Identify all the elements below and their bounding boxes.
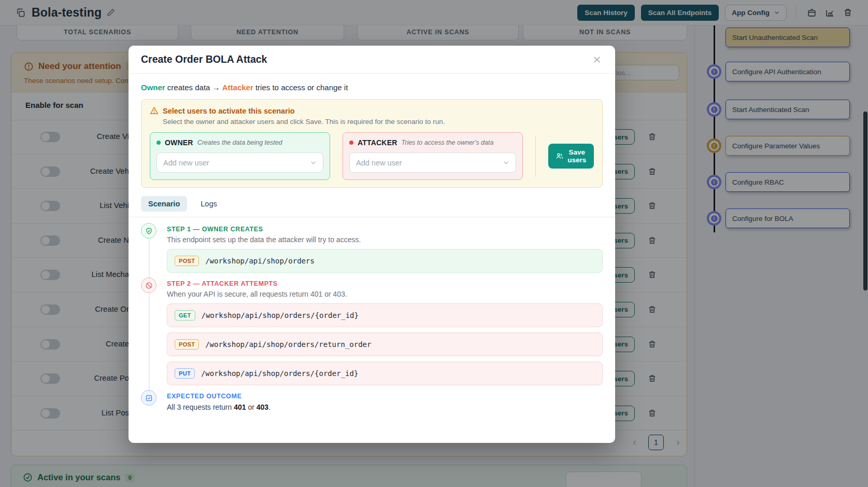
ban-icon xyxy=(141,277,156,293)
select-users-warning: Select users to activate this scenario S… xyxy=(141,99,603,188)
attacker-dot-icon xyxy=(349,141,353,145)
endpoint-row: PUT/workshop/api/shop/orders/{order_id} xyxy=(167,361,603,385)
app-screen: Bola-testing Scan History Scan All Endpo… xyxy=(0,0,868,487)
subtitle-rest: tries to access or change it xyxy=(253,83,348,92)
owner-user-select[interactable]: Add new user xyxy=(156,152,323,173)
owner-word: Owner xyxy=(141,83,165,92)
tab-scenario[interactable]: Scenario xyxy=(141,196,187,212)
generated-steps: STEP 1 — OWNER CREATESThis endpoint sets… xyxy=(167,226,603,385)
attacker-word: Attacker xyxy=(222,83,253,92)
save-users-button[interactable]: Save users xyxy=(548,144,594,169)
bola-attack-modal: Create Order BOLA Attack Owner creates d… xyxy=(129,46,615,443)
method-badge-put: PUT xyxy=(175,368,195,379)
expected-outcome: EXPECTED OUTCOME All 3 requests return 4… xyxy=(167,393,603,411)
method-badge-post: POST xyxy=(175,256,199,266)
chevron-down-icon xyxy=(503,159,509,166)
modal-header: Create Order BOLA Attack xyxy=(129,46,615,74)
step-heading: STEP 1 — OWNER CREATES xyxy=(167,226,603,233)
modal-subtitle: Owner creates data → Attacker tries to a… xyxy=(141,83,603,92)
attacker-user-select[interactable]: Add new user xyxy=(349,152,516,173)
method-badge-post: POST xyxy=(175,339,199,350)
checkbox-check-icon xyxy=(141,390,156,406)
warning-triangle-icon xyxy=(150,106,159,115)
endpoint-row: GET/workshop/api/shop/orders/{order_id} xyxy=(167,303,603,327)
attacker-box: ATTACKER Tries to access the owner's dat… xyxy=(343,132,523,180)
close-icon[interactable] xyxy=(591,54,603,65)
method-badge-get: GET xyxy=(175,310,195,321)
endpoint-path: /workshop/api/shop/orders xyxy=(205,257,315,265)
owner-box: OWNER Creates the data being tested Add … xyxy=(150,132,330,180)
scenario-step-1: STEP 1 — OWNER CREATESThis endpoint sets… xyxy=(167,226,603,273)
attacker-label: ATTACKER xyxy=(358,138,397,147)
endpoint-row: POST/workshop/api/shop/orders xyxy=(167,249,603,273)
owner-select-placeholder: Add new user xyxy=(163,159,209,167)
chevron-down-icon xyxy=(310,159,317,166)
scenario-step-2: STEP 2 — ATTACKER ATTEMPTSWhen your API … xyxy=(167,280,603,385)
outcome-mid: or xyxy=(246,403,257,411)
attacker-desc: Tries to access the owner's data xyxy=(402,139,494,146)
owner-label: OWNER xyxy=(165,138,193,147)
owner-dot-icon xyxy=(156,141,161,145)
modal-title: Create Order BOLA Attack xyxy=(141,53,267,65)
outcome-code-403: 403 xyxy=(257,403,268,411)
step-description: When your API is secure, all requests re… xyxy=(167,290,603,298)
save-users-label: Save users xyxy=(567,148,587,164)
tab-logs[interactable]: Logs xyxy=(201,196,217,212)
step-description: This endpoint sets up the data the attac… xyxy=(167,235,603,244)
outcome-suffix: . xyxy=(268,403,271,411)
scenario-steps: STEP 1 — OWNER CREATESThis endpoint sets… xyxy=(141,226,603,411)
modal-body: Owner creates data → Attacker tries to a… xyxy=(129,74,615,424)
endpoint-path: /workshop/api/shop/orders/{order_id} xyxy=(201,369,358,378)
users-icon xyxy=(556,152,564,160)
shield-check-icon xyxy=(141,223,156,239)
warning-subtitle: Select the owner and attacker users and … xyxy=(163,118,594,126)
endpoint-path: /workshop/api/shop/orders/{order_id} xyxy=(202,311,359,319)
modal-tabs: Scenario Logs xyxy=(141,196,603,212)
attacker-select-placeholder: Add new user xyxy=(356,159,402,167)
outcome-code-401: 401 xyxy=(234,403,246,411)
step-heading: STEP 2 — ATTACKER ATTEMPTS xyxy=(167,280,603,287)
subtitle-mid: creates data → xyxy=(165,83,222,92)
warning-title: Select users to activate this scenario xyxy=(163,107,295,115)
save-divider xyxy=(535,135,536,177)
owner-desc: Creates the data being tested xyxy=(197,139,282,146)
tabs-divider xyxy=(129,217,615,217)
endpoint-path: /workshop/api/shop/orders/return_order xyxy=(205,340,371,349)
users-row: OWNER Creates the data being tested Add … xyxy=(150,132,594,180)
expected-outcome-text: All 3 requests return 401 or 403. xyxy=(167,403,603,411)
expected-outcome-heading: EXPECTED OUTCOME xyxy=(167,393,603,400)
endpoint-row: POST/workshop/api/shop/orders/return_ord… xyxy=(167,332,603,356)
outcome-prefix: All 3 requests return xyxy=(167,403,234,411)
